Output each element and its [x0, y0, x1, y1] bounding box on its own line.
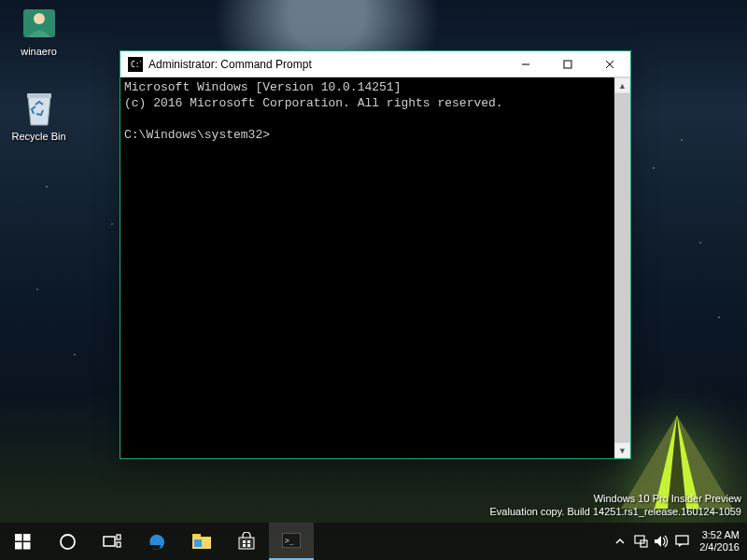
desktop-icon-recyclebin[interactable]: Recycle Bin	[4, 89, 74, 142]
taskbar-clock[interactable]: 3:52 AM 2/4/2016	[692, 529, 747, 553]
scroll-up-arrow[interactable]: ▲	[614, 77, 630, 93]
maximize-button[interactable]	[546, 51, 588, 77]
terminal-scrollbar[interactable]: ▲ ▼	[614, 77, 630, 458]
svg-rect-18	[117, 542, 120, 547]
svg-rect-17	[117, 535, 120, 539]
edge-icon	[147, 531, 167, 552]
watermark-build: Evaluation copy. Build 14251.rs1_release…	[490, 505, 742, 518]
taskbar-explorer[interactable]	[179, 523, 224, 560]
svg-rect-22	[239, 538, 254, 549]
start-button[interactable]	[0, 523, 45, 560]
tray-network-icon[interactable]	[630, 535, 651, 548]
terminal-output[interactable]: Microsoft Windows [Version 10.0.14251] (…	[120, 77, 614, 458]
terminal-line: Microsoft Windows [Version 10.0.14251]	[124, 80, 401, 94]
taskview-icon	[103, 534, 121, 549]
tray-volume-icon[interactable]	[651, 535, 671, 548]
svg-text:>_: >_	[285, 537, 294, 545]
windows-watermark: Windows 10 Pro Insider Preview Evaluatio…	[490, 492, 742, 518]
user-avatar-icon	[20, 4, 59, 43]
svg-rect-5	[27, 93, 51, 98]
terminal-line: (c) 2016 Microsoft Corporation. All righ…	[124, 96, 503, 110]
system-tray[interactable]: 3:52 AM 2/4/2016	[610, 523, 747, 560]
svg-rect-16	[104, 537, 115, 546]
window-title: Administrator: Command Prompt	[148, 58, 504, 71]
svg-rect-25	[243, 544, 246, 547]
tray-action-center-icon[interactable]	[671, 535, 692, 548]
svg-rect-13	[15, 542, 22, 550]
svg-rect-14	[23, 542, 31, 550]
close-button[interactable]	[588, 51, 630, 77]
svg-rect-21	[194, 539, 202, 547]
terminal-prompt: C:\Windows\system32>	[124, 128, 270, 142]
taskbar-edge[interactable]	[134, 523, 179, 560]
scroll-track[interactable]	[614, 93, 630, 442]
desktop-icon-label: winaero	[4, 46, 74, 57]
svg-text:C:\: C:\	[131, 61, 141, 69]
scroll-down-arrow[interactable]: ▼	[614, 442, 630, 458]
minimize-button[interactable]	[504, 51, 546, 77]
cmd-icon: >_	[282, 533, 301, 548]
svg-point-4	[34, 13, 45, 24]
svg-point-15	[61, 535, 75, 549]
recycle-bin-icon	[20, 89, 59, 128]
svg-rect-8	[564, 61, 571, 68]
watermark-edition: Windows 10 Pro Insider Preview	[490, 492, 742, 505]
taskbar-store[interactable]	[224, 523, 269, 560]
svg-rect-23	[243, 540, 246, 543]
svg-rect-20	[192, 534, 201, 538]
store-icon	[237, 532, 256, 551]
desktop-icon-winaero[interactable]: winaero	[4, 4, 74, 57]
cortana-icon	[59, 533, 77, 551]
cmd-system-icon[interactable]: C:\	[128, 57, 143, 72]
svg-rect-26	[247, 544, 250, 547]
svg-rect-11	[15, 534, 22, 541]
tray-chevron-up-icon[interactable]	[610, 537, 630, 546]
svg-rect-32	[676, 536, 688, 544]
svg-rect-12	[23, 534, 31, 541]
taskview-button[interactable]	[90, 523, 134, 560]
scroll-thumb[interactable]	[614, 93, 630, 442]
clock-time: 3:52 AM	[699, 529, 740, 541]
taskbar[interactable]: >_ 3:52 AM 2/4/2016	[0, 523, 747, 560]
windows-logo-icon	[15, 534, 31, 550]
cortana-button[interactable]	[45, 523, 90, 560]
taskbar-cmd[interactable]: >_	[269, 523, 314, 560]
file-explorer-icon	[191, 533, 212, 550]
desktop-icon-label: Recycle Bin	[4, 131, 74, 142]
window-titlebar[interactable]: C:\ Administrator: Command Prompt	[120, 51, 630, 77]
svg-rect-29	[635, 536, 644, 543]
svg-rect-24	[247, 540, 250, 543]
clock-date: 2/4/2016	[699, 541, 740, 553]
command-prompt-window[interactable]: C:\ Administrator: Command Prompt Micros…	[120, 50, 631, 459]
taskbar-spacer	[314, 523, 610, 560]
svg-marker-31	[655, 536, 661, 547]
